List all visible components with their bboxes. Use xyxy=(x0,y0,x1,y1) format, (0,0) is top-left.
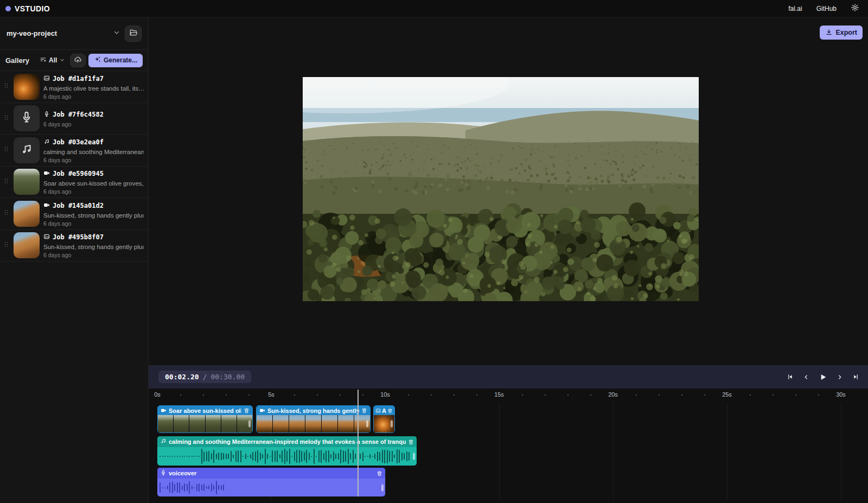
job-timestamp: 6 days ago xyxy=(43,252,144,258)
job-timestamp: 6 days ago xyxy=(43,157,144,163)
image-icon xyxy=(375,406,381,416)
link-fal-ai[interactable]: fal.ai xyxy=(788,5,802,12)
timeline-clip-video-2[interactable]: Sun-kissed, strong hands gently plu xyxy=(256,405,371,433)
gallery-header-row: Gallery All Generate... xyxy=(0,50,148,71)
job-item[interactable]: Job #e5960945 Soar above sun-kissed oliv… xyxy=(0,167,148,199)
job-thumbnail[interactable] xyxy=(14,232,40,258)
project-selector-row: my-veo-project xyxy=(0,17,148,50)
timeline-clip-image[interactable]: A xyxy=(373,405,395,433)
trash-icon[interactable] xyxy=(361,408,367,413)
job-description: Sun-kissed, strong hands gently pluck… xyxy=(43,244,144,250)
job-id: Job #7f6c4582 xyxy=(53,111,104,118)
trash-icon[interactable] xyxy=(376,470,382,476)
timeline-clip-music[interactable]: calming and soothing Mediterranean-inspi… xyxy=(157,436,417,466)
total-time: 00:30.00 xyxy=(210,373,245,381)
filter-icon xyxy=(40,55,47,65)
job-item[interactable]: Job #d1af1fa7 A majestic olive tree stan… xyxy=(0,71,148,103)
generate-button[interactable]: Generate... xyxy=(88,54,143,67)
playhead[interactable] xyxy=(358,390,359,496)
job-description: Sun-kissed, strong hands gently pluck… xyxy=(43,212,144,219)
job-item[interactable]: Job #145a01d2 Sun-kissed, strong hands g… xyxy=(0,198,148,230)
app-title: VSTUDIO xyxy=(15,4,50,13)
clip-resize-handle[interactable] xyxy=(381,484,384,491)
microphone-icon xyxy=(43,110,50,119)
gallery-filter[interactable]: All xyxy=(40,55,65,65)
job-item[interactable]: Job #7f6c4582 6 days ago xyxy=(0,103,148,135)
clip-label: voiceover xyxy=(169,470,374,476)
job-id: Job #495b8f07 xyxy=(53,233,104,241)
cloud-upload-icon xyxy=(74,55,82,65)
clip-label: Soar above sun-kissed olive xyxy=(169,408,241,414)
app-logo: VSTUDIO xyxy=(0,4,50,13)
video-camera-icon xyxy=(43,169,50,179)
job-thumbnail[interactable] xyxy=(14,169,40,195)
filter-value: All xyxy=(49,56,57,64)
job-timestamp: 6 days ago xyxy=(43,220,144,227)
drag-handle-icon[interactable] xyxy=(3,145,10,155)
drag-handle-icon[interactable] xyxy=(3,81,10,92)
open-project-button[interactable] xyxy=(125,26,142,42)
video-camera-icon xyxy=(161,406,167,416)
clip-resize-handle[interactable] xyxy=(248,421,251,428)
video-camera-icon xyxy=(259,406,265,416)
clip-label: Sun-kissed, strong hands gently plu xyxy=(267,408,359,414)
job-thumbnail[interactable] xyxy=(14,137,40,163)
clip-resize-handle[interactable] xyxy=(366,421,368,428)
timecode-display: 00:02.20 / 00:30.00 xyxy=(158,371,251,383)
clip-resize-handle[interactable] xyxy=(413,453,415,460)
sparkles-icon xyxy=(94,56,101,65)
ruler-tick-label: 30s xyxy=(836,391,846,398)
microphone-icon xyxy=(160,468,167,478)
play-button[interactable] xyxy=(819,373,827,381)
job-timestamp: 6 days ago xyxy=(43,188,144,195)
image-icon xyxy=(43,74,50,84)
job-description: A majestic olive tree stands tall, its… xyxy=(43,85,144,92)
main-area: Export xyxy=(149,17,868,503)
skip-to-start-button[interactable] xyxy=(787,373,794,380)
app-window: VSTUDIO fal.ai GitHub my-veo-project Gal… xyxy=(0,0,868,503)
ruler-tick-label: 10s xyxy=(380,391,390,398)
gallery-title: Gallery xyxy=(5,56,29,65)
project-name[interactable]: my-veo-project xyxy=(7,29,108,37)
trash-icon[interactable] xyxy=(408,439,414,445)
clip-resize-handle[interactable] xyxy=(391,421,393,428)
ruler-tick-label: 0s xyxy=(154,391,161,398)
trash-icon[interactable] xyxy=(244,408,250,413)
job-timestamp: 6 days ago xyxy=(43,121,144,128)
settings-gear-icon[interactable] xyxy=(851,3,859,14)
drag-handle-icon[interactable] xyxy=(3,113,10,124)
video-camera-icon xyxy=(43,201,50,211)
job-description: calming and soothing Mediterranean-… xyxy=(43,149,144,155)
job-thumbnail[interactable] xyxy=(14,74,40,100)
export-button[interactable]: Export xyxy=(820,26,863,40)
job-thumbnail[interactable] xyxy=(14,201,40,227)
music-note-icon xyxy=(160,437,167,447)
sidebar: my-veo-project Gallery All Generate... xyxy=(0,17,149,503)
skip-to-end-button[interactable] xyxy=(852,373,859,380)
chevron-down-icon[interactable] xyxy=(113,29,120,39)
job-item[interactable]: Job #495b8f07 Sun-kissed, strong hands g… xyxy=(0,230,148,262)
chevron-down-icon xyxy=(59,55,65,65)
video-preview[interactable] xyxy=(303,77,699,301)
ruler-tick-label: 25s xyxy=(722,391,732,398)
ruler-tick-label: 20s xyxy=(608,391,618,398)
step-back-button[interactable] xyxy=(803,374,809,380)
timeline-clip-voiceover[interactable]: voiceover xyxy=(157,468,385,496)
job-item[interactable]: Job #03e2ea0f calming and soothing Medit… xyxy=(0,135,148,167)
timeline[interactable]: 0s5s10s15s20s25s30s Soar above sun-kisse… xyxy=(149,389,868,503)
transport-controls xyxy=(787,373,868,381)
music-note-icon xyxy=(43,137,50,147)
upload-button[interactable] xyxy=(70,54,86,67)
job-id: Job #145a01d2 xyxy=(53,202,104,209)
link-github[interactable]: GitHub xyxy=(816,5,837,12)
job-thumbnail[interactable] xyxy=(14,105,40,131)
clip-label: A xyxy=(382,408,386,414)
trash-icon[interactable] xyxy=(387,408,393,413)
timeline-clip-video-1[interactable]: Soar above sun-kissed olive xyxy=(157,405,253,433)
music-note-icon xyxy=(20,143,33,158)
drag-handle-icon[interactable] xyxy=(3,240,10,251)
step-forward-button[interactable] xyxy=(837,374,843,380)
drag-handle-icon[interactable] xyxy=(3,208,10,219)
job-id: Job #d1af1fa7 xyxy=(53,75,104,82)
drag-handle-icon[interactable] xyxy=(3,177,10,187)
